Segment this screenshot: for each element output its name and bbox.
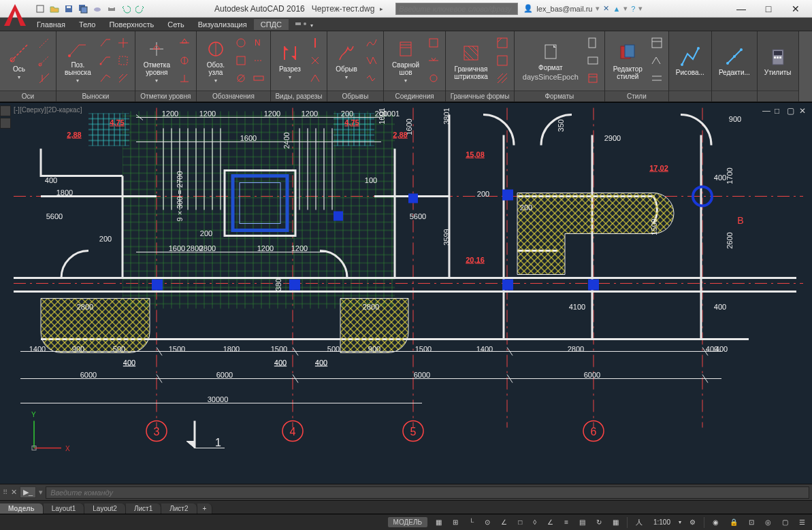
save-icon[interactable] — [63, 3, 75, 15]
tab-list2[interactable]: Лист2 — [161, 503, 197, 514]
symbol-sm1[interactable] — [233, 35, 248, 50]
menu-surface[interactable]: Поверхность — [102, 19, 161, 30]
axis-sm2[interactable] — [37, 53, 52, 68]
osnap-icon[interactable]: □ — [515, 517, 525, 527]
break-sm2[interactable] — [364, 53, 379, 68]
menu-mesh[interactable]: Сеть — [161, 19, 191, 30]
leader-sm3[interactable] — [98, 71, 113, 86]
grid-icon[interactable]: ▦ — [433, 517, 444, 527]
command-input[interactable] — [46, 486, 809, 499]
tab-layout2[interactable]: Layout2 — [84, 503, 126, 514]
saveas-icon[interactable] — [77, 3, 89, 15]
symbol-sm4[interactable]: N — [251, 35, 266, 50]
axis-sm3[interactable] — [37, 71, 52, 86]
styles-sm1[interactable] — [649, 35, 664, 50]
tab-layout1[interactable]: Layout1 — [44, 503, 85, 514]
leader-sm5[interactable] — [116, 53, 131, 68]
isolate-icon[interactable]: ◎ — [762, 517, 774, 527]
cycling-icon[interactable]: ↻ — [594, 517, 604, 527]
tab-model[interactable]: Модель — [0, 503, 44, 514]
styles-sm3[interactable] — [649, 71, 664, 86]
hatch-button[interactable]: Граничная штриховка — [450, 41, 492, 82]
format-sm3[interactable] — [585, 71, 600, 86]
vp-max-icon[interactable]: ▢ — [787, 106, 796, 116]
format-sm2[interactable] — [585, 53, 600, 68]
menu-extra[interactable]: ▾ — [289, 19, 320, 30]
leader-sm4[interactable] — [116, 35, 131, 50]
menu-solid[interactable]: Тело — [72, 19, 103, 30]
vp-minimize-icon[interactable]: — — [762, 106, 772, 116]
hw-icon[interactable]: ⊡ — [746, 517, 757, 527]
weld-sm1[interactable] — [426, 35, 441, 50]
help-icon[interactable]: ? — [631, 5, 635, 13]
leader-sm1[interactable] — [98, 35, 113, 50]
print-icon[interactable] — [105, 3, 118, 15]
viewport-label[interactable]: [-][Сверху][2D-каркас] — [14, 106, 82, 114]
axis-sm1[interactable] — [37, 35, 52, 50]
new-icon[interactable] — [34, 3, 46, 15]
app-logo[interactable] — [1, 1, 29, 29]
symbol-sm2[interactable] — [233, 53, 248, 68]
level-sm1[interactable] — [177, 35, 192, 50]
open-icon[interactable] — [48, 3, 61, 15]
format-button[interactable]: Формат daysSinceEpoch — [519, 39, 583, 82]
leader-sm2[interactable] — [98, 53, 113, 68]
leader-button[interactable]: Поз. выноска ▾ — [61, 37, 95, 85]
customize-icon[interactable]: ☰ — [796, 517, 808, 527]
hatch-sm3[interactable] — [495, 71, 510, 86]
lock-icon[interactable]: 🔒 — [727, 517, 741, 527]
scale-label[interactable]: 1:100 — [651, 517, 673, 527]
minimize-button[interactable]: — — [728, 0, 755, 18]
a360-icon[interactable]: ▲ — [613, 5, 620, 13]
toolbar-btn1[interactable] — [0, 105, 11, 116]
section-sm1[interactable] — [308, 35, 323, 50]
status-model[interactable]: МОДЕЛЬ — [388, 517, 427, 527]
tab-list1[interactable]: Лист1 — [126, 503, 161, 514]
break-sm3[interactable] — [364, 71, 379, 86]
snap-icon[interactable]: ⊞ — [450, 517, 461, 527]
gear-icon[interactable]: ⚙ — [687, 517, 698, 527]
cloud-icon[interactable] — [91, 3, 103, 15]
section-button[interactable]: Разрез ▾ — [275, 41, 305, 82]
hatch-sm1[interactable] — [495, 35, 510, 50]
section-sm3[interactable] — [308, 71, 323, 86]
level-sm3[interactable] — [177, 71, 192, 86]
menu-spds[interactable]: СПДС — [254, 19, 289, 30]
polar-icon[interactable]: ⊙ — [482, 517, 493, 527]
symbol-sm3[interactable] — [233, 71, 248, 86]
panel-utils[interactable]: Утилиты — [758, 31, 799, 101]
user-label[interactable]: lex_bas@mail.ru — [536, 5, 592, 13]
break-button[interactable]: Обрыв ▾ — [331, 41, 361, 82]
leader-sm6[interactable] — [116, 71, 131, 86]
cmdline-grip[interactable]: ⠿ — [3, 488, 8, 496]
panel-edit[interactable]: Редакти... — [712, 31, 758, 101]
transparency-icon[interactable]: ▤ — [576, 517, 588, 527]
vp-close-icon[interactable]: ✕ — [799, 106, 809, 116]
drawing-viewport[interactable]: [-][Сверху][2D-каркас] — □ ▢ ✕ — [0, 102, 812, 484]
level-button[interactable]: Отметка уровня ▾ — [140, 37, 174, 85]
workspace-icon[interactable]: ◉ — [710, 517, 721, 527]
lineweight-icon[interactable]: ≡ — [562, 517, 571, 527]
redo-icon[interactable] — [134, 3, 146, 15]
cmdline-close-icon[interactable]: ✕ — [11, 488, 17, 497]
otrack-icon[interactable]: ∠ — [545, 517, 556, 527]
weld-sm2[interactable] — [426, 53, 441, 68]
ortho-icon[interactable]: └ — [466, 517, 476, 527]
cleanscreen-icon[interactable]: ▢ — [779, 517, 791, 527]
toolbar-btn2[interactable] — [0, 118, 11, 129]
close-button[interactable]: ✕ — [782, 0, 809, 18]
tab-add[interactable]: + — [197, 503, 213, 514]
hatch-sm2[interactable] — [495, 53, 510, 68]
menu-home[interactable]: Главная — [30, 19, 72, 30]
3dosnap-icon[interactable]: ◊ — [530, 517, 539, 527]
weld-button[interactable]: Сварной шов ▾ — [388, 37, 423, 85]
undo-icon[interactable] — [120, 3, 132, 15]
symbol-sm6[interactable] — [251, 71, 266, 86]
section-sm2[interactable] — [308, 53, 323, 68]
quickprops-icon[interactable]: ▦ — [610, 517, 621, 527]
styles-sm2[interactable] — [649, 53, 664, 68]
vp-restore-icon[interactable]: □ — [775, 106, 784, 116]
maximize-button[interactable]: □ — [755, 0, 782, 18]
drawing-canvas[interactable]: 1200 1200 1200 1200 200 200 3801 900 160… — [0, 103, 812, 484]
menu-visualize[interactable]: Визуализация — [191, 19, 254, 30]
